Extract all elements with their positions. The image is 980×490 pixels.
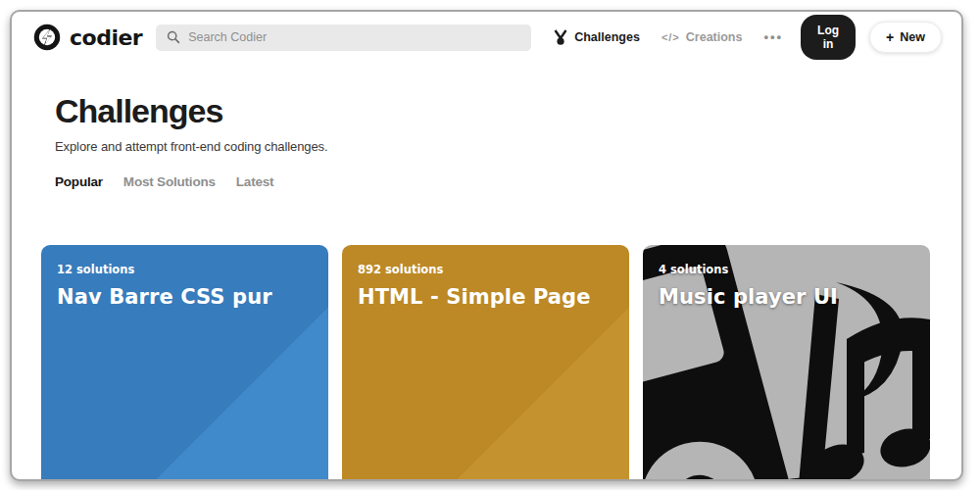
main-content: Challenges Explore and attempt front-end… (12, 92, 961, 481)
challenge-card-grid: 12 solutions Nav Barre CSS pur 892 solut… (41, 245, 918, 481)
sort-tabs: Popular Most Solutions Latest (55, 174, 918, 189)
tab-most-solutions[interactable]: Most Solutions (123, 174, 216, 189)
page-frame: codier Challenges </> Creations ••• (10, 10, 963, 481)
challenge-card-music-player[interactable]: 4 solutions Music player UI (643, 245, 930, 481)
challenge-card-nav-barre[interactable]: 12 solutions Nav Barre CSS pur (41, 245, 328, 481)
search-icon (167, 30, 180, 44)
solutions-count-badge: 4 solutions (659, 263, 916, 276)
challenge-title: Music player UI (659, 285, 916, 309)
challenge-title: Nav Barre CSS pur (57, 285, 315, 309)
login-button[interactable]: Log in (801, 15, 856, 60)
tab-popular[interactable]: Popular (55, 174, 103, 189)
card-content: 12 solutions Nav Barre CSS pur (57, 263, 315, 309)
brand-logo[interactable]: codier (33, 24, 142, 51)
nav-label-creations: Creations (686, 30, 743, 44)
header-nav: Challenges </> Creations ••• Log in + Ne… (531, 15, 942, 60)
nav-item-creations[interactable]: </> Creations (662, 30, 743, 44)
card-content: 4 solutions Music player UI (659, 263, 916, 309)
code-icon: </> (662, 31, 680, 43)
medal-icon (553, 29, 568, 46)
challenge-title: HTML - Simple Page (358, 285, 615, 309)
plus-icon: + (886, 32, 894, 42)
solutions-count-badge: 12 solutions (57, 263, 315, 276)
challenge-card-html-simple-page[interactable]: 892 solutions HTML - Simple Page (342, 245, 629, 481)
nav-item-challenges[interactable]: Challenges (553, 29, 640, 46)
codier-logo-icon (33, 24, 61, 51)
brand-name: codier (70, 25, 142, 50)
nav-label-challenges: Challenges (574, 30, 640, 44)
new-button-label: New (900, 30, 925, 44)
new-button[interactable]: + New (869, 22, 942, 53)
more-menu-icon[interactable]: ••• (763, 32, 783, 42)
header: codier Challenges </> Creations ••• (12, 12, 961, 57)
solutions-count-badge: 892 solutions (358, 263, 615, 276)
search-input[interactable] (188, 30, 520, 44)
page-subtitle: Explore and attempt front-end coding cha… (55, 139, 918, 154)
tab-latest[interactable]: Latest (236, 174, 274, 189)
card-content: 892 solutions HTML - Simple Page (358, 263, 615, 309)
search-bar[interactable] (156, 24, 531, 51)
page-title: Challenges (55, 92, 918, 130)
